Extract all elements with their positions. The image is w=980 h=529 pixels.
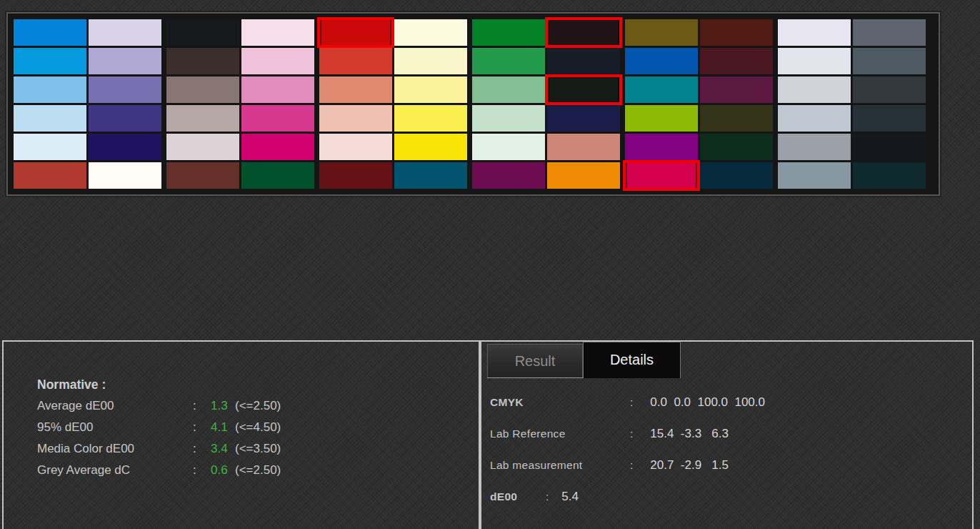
tab-result[interactable]: Result [487, 344, 583, 378]
color-patch[interactable] [625, 19, 698, 46]
patch-row [14, 19, 933, 46]
color-patch[interactable] [547, 134, 620, 160]
color-patch[interactable] [472, 105, 545, 132]
color-patch[interactable] [241, 162, 314, 189]
color-patch[interactable] [14, 19, 86, 46]
color-patch-selected[interactable] [625, 162, 698, 189]
color-patch[interactable] [89, 162, 161, 189]
color-patch[interactable] [700, 76, 773, 103]
color-patch[interactable] [853, 48, 926, 74]
detail-label: CMYK [490, 387, 630, 418]
color-patch[interactable] [89, 19, 161, 46]
color-patch[interactable] [625, 134, 698, 160]
color-patch-selected[interactable] [547, 76, 620, 103]
color-patch[interactable] [14, 105, 86, 132]
color-patch[interactable] [166, 76, 239, 103]
colon: : [546, 481, 549, 513]
color-patch[interactable] [625, 48, 698, 74]
patch-row [14, 76, 933, 103]
color-patch[interactable] [700, 105, 773, 132]
color-patch[interactable] [394, 19, 467, 46]
color-patch[interactable] [778, 19, 851, 46]
color-patch[interactable] [241, 19, 314, 46]
color-patch[interactable] [319, 48, 392, 74]
colon: : [630, 418, 633, 450]
color-patch-selected[interactable] [319, 19, 392, 46]
color-patch[interactable] [547, 162, 620, 189]
color-patch[interactable] [853, 19, 926, 46]
detail-value: 5.4 [561, 490, 579, 503]
color-patch[interactable] [472, 76, 545, 103]
color-patch[interactable] [394, 162, 467, 189]
color-patch[interactable] [394, 134, 467, 160]
color-patch[interactable] [241, 134, 314, 160]
normative-row-media-color-de00: Media Color dE00:3.4(<=3.50) [37, 438, 479, 460]
color-patch[interactable] [472, 48, 545, 74]
detail-label: dE00 [490, 481, 546, 513]
color-patch[interactable] [14, 162, 86, 189]
color-patch[interactable] [89, 76, 161, 103]
color-patch[interactable] [166, 48, 239, 74]
color-patch[interactable] [700, 162, 773, 189]
metric-label: Average dE00 [37, 395, 193, 417]
color-verification-app: Normative : Average dE00:1.3(<=2.50) 95%… [0, 0, 980, 529]
metric-value: 4.1 [211, 417, 235, 438]
color-patch[interactable] [394, 76, 467, 103]
color-patch[interactable] [700, 19, 773, 46]
colon: : [193, 438, 211, 460]
colon: : [193, 417, 211, 438]
color-patch[interactable] [166, 105, 239, 132]
normative-title: Normative : [37, 374, 479, 395]
metric-limit: (<=4.50) [235, 420, 281, 434]
color-patch[interactable] [547, 105, 620, 132]
details-row-cmyk: CMYK:0.0 0.0 100.0 100.0 [490, 387, 972, 418]
color-patch-selected[interactable] [547, 19, 620, 46]
color-patch[interactable] [472, 19, 545, 46]
metric-label: Media Color dE00 [37, 438, 193, 460]
color-patch[interactable] [14, 48, 86, 74]
color-patch[interactable] [853, 105, 926, 132]
color-patch[interactable] [241, 48, 314, 74]
color-patch[interactable] [319, 162, 392, 189]
metric-value: 0.6 [211, 460, 235, 481]
color-patch[interactable] [700, 134, 773, 160]
tab-details[interactable]: Details [583, 342, 681, 378]
color-patch[interactable] [472, 134, 545, 160]
color-patch[interactable] [853, 76, 926, 103]
color-patch[interactable] [778, 134, 851, 160]
color-patch[interactable] [625, 105, 698, 132]
color-patch[interactable] [14, 134, 86, 160]
color-patch[interactable] [166, 162, 239, 189]
color-patch[interactable] [166, 134, 239, 160]
color-patch[interactable] [547, 48, 620, 74]
color-patch[interactable] [394, 48, 467, 74]
color-patch[interactable] [394, 105, 467, 132]
color-patch[interactable] [472, 162, 545, 189]
color-patch[interactable] [319, 134, 392, 160]
color-patch[interactable] [166, 19, 239, 46]
color-patch[interactable] [625, 76, 698, 103]
color-patch[interactable] [89, 134, 161, 160]
color-patch[interactable] [778, 76, 851, 103]
color-patch[interactable] [241, 105, 314, 132]
color-patch[interactable] [89, 105, 161, 132]
metric-value: 3.4 [211, 438, 235, 460]
detail-value: 15.4 -3.3 6.3 [650, 427, 729, 440]
color-patch[interactable] [853, 134, 926, 160]
tab-bar-baseline [487, 377, 590, 378]
color-patch[interactable] [700, 48, 773, 74]
color-patch[interactable] [853, 162, 926, 189]
details-row-lab-reference: Lab Reference:15.4 -3.3 6.3 [490, 418, 972, 450]
patch-row [14, 134, 933, 160]
detail-value: 20.7 -2.9 1.5 [650, 458, 729, 472]
detail-label: Lab Reference [490, 418, 630, 450]
color-patch[interactable] [778, 48, 851, 74]
color-patch[interactable] [778, 105, 851, 132]
color-patch[interactable] [319, 76, 392, 103]
color-patch[interactable] [778, 162, 851, 189]
color-patch[interactable] [319, 105, 392, 132]
color-patch[interactable] [241, 76, 314, 103]
color-patch[interactable] [89, 48, 161, 74]
colon: : [630, 387, 633, 418]
color-patch[interactable] [14, 76, 86, 103]
